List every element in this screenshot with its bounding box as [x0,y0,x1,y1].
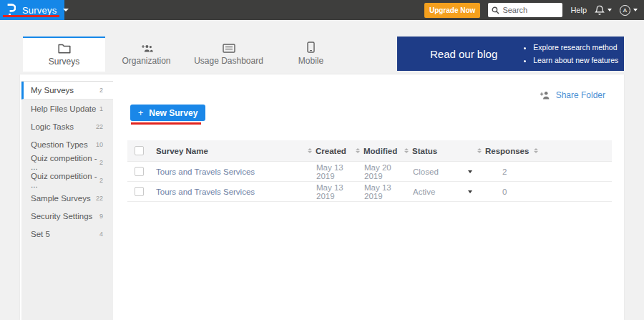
new-survey-label: New Survey [149,108,197,118]
folder-count: 2 [99,177,103,184]
people-icon [140,42,153,53]
mobile-icon [307,42,315,53]
surveys-table: Survey Name Created Modified Status Resp… [127,140,612,202]
tab-usage-dashboard[interactable]: Usage Dashboard [187,37,270,72]
search-icon [492,6,499,14]
table-body: Tours and Travels Services May 13 2019 M… [127,162,612,202]
folder-label: Logic Tasks [31,122,74,131]
row-checkbox[interactable] [135,187,144,196]
sidebar-folder-item[interactable]: Security Settings 9 [21,207,113,225]
share-folder-link[interactable]: Share Folder [540,90,605,100]
annotation-underline [131,122,201,125]
responses-count: 2 [477,168,612,176]
avatar: A [620,5,630,16]
sidebar-folder-item[interactable]: Sample Surveys 22 [21,189,113,207]
tab-mobile[interactable]: Mobile [270,37,352,72]
folder-label: My Surveys [31,86,74,94]
chevron-down-icon [608,9,612,11]
sort-icon[interactable] [534,148,538,153]
folder-count: 4 [99,231,103,238]
blog-bullets: Explore research method Learn about new … [525,41,618,67]
search-box[interactable] [488,3,562,17]
created-date: May 13 2019 [308,183,356,200]
annotation-underline [3,15,59,17]
modified-date: May 20 2019 [356,163,404,180]
tab-label: Mobile [298,56,323,66]
modified-date: May 13 2019 [356,183,404,200]
sort-icon[interactable] [308,148,312,153]
column-survey-name[interactable]: Survey Name [156,147,308,155]
top-bar: Surveys Upgrade Now Help [0,0,644,20]
sidebar-folder-item[interactable]: Help Files Update 1 [21,100,113,117]
folder-count: 9 [99,213,103,220]
sidebar-folder-item[interactable]: Question Types 10 [21,135,113,153]
share-folder-label: Share Folder [556,90,605,100]
folder-label: Quiz competition - ... [31,154,99,171]
status-dropdown-caret[interactable] [468,170,472,173]
folder-count: 2 [99,159,103,166]
folder-count: 22 [96,123,103,130]
folder-label: Help Files Update [31,105,96,113]
account-menu[interactable]: A [620,5,638,16]
folder-count: 10 [96,141,103,148]
blog-bullet: Explore research method [533,41,618,54]
sidebar-folder-item[interactable]: Set 5 4 [21,225,113,243]
folders-sidebar: My Surveys 2 Help Files Update 1 Logic T… [21,81,113,320]
folder-label: Sample Surveys [31,194,91,203]
product-name: Surveys [22,5,57,16]
sidebar-folder-item[interactable]: My Surveys 2 [21,82,113,100]
sidebar-folder-item[interactable]: Logic Tasks 22 [21,117,113,135]
folder-count: 1 [99,105,103,112]
tab-label: Surveys [49,57,79,67]
tab-organization[interactable]: Organization [105,37,187,72]
tabs: Surveys Organization [23,37,352,72]
survey-name-link[interactable]: Tours and Travels Services [156,188,255,196]
responses-count: 0 [477,188,612,196]
upgrade-now-button[interactable]: Upgrade Now [424,3,480,18]
folder-label: Security Settings [31,212,92,220]
column-responses[interactable]: Responses [485,147,529,155]
survey-name-link[interactable]: Tours and Travels Services [156,168,255,176]
content-card: My Surveys 2 Help Files Update 1 Logic T… [20,74,624,320]
product-switcher[interactable]: Surveys [0,0,64,20]
folder-count: 2 [99,87,103,94]
plus-icon: + [138,107,144,118]
column-created[interactable]: Created [316,147,346,155]
sort-icon[interactable] [404,148,409,153]
created-date: May 13 2019 [308,163,356,180]
sidebar-folder-item[interactable]: Quiz competition - ... 2 [21,171,113,189]
bell-icon [595,5,605,16]
topbar-actions: Upgrade Now Help A [424,0,644,20]
sidebar-folder-item[interactable]: Quiz competition - ... 2 [21,153,113,171]
sort-icon[interactable] [356,148,360,153]
help-link[interactable]: Help [570,6,587,14]
chevron-down-icon [633,9,638,11]
status-dropdown-caret[interactable] [468,190,472,193]
column-status[interactable]: Status [412,147,437,155]
dashboard-icon [223,42,235,53]
sort-icon[interactable] [477,148,482,153]
status-value: Closed [413,168,439,176]
search-input[interactable] [502,6,557,14]
folder-icon [58,43,71,54]
tab-label: Organization [122,56,170,66]
folder-label: Quiz competition - ... [31,172,99,189]
select-all-checkbox[interactable] [135,146,144,155]
folder-label: Question Types [31,140,88,149]
tab-label: Usage Dashboard [194,56,263,66]
folder-label: Set 5 [31,230,50,238]
survey-row: Tours and Travels Services May 13 2019 M… [127,182,612,202]
tab-surveys[interactable]: Surveys [23,37,105,72]
tab-strip: Surveys Organization [0,37,644,72]
column-modified[interactable]: Modified [364,147,397,155]
blog-banner: Read our blog Explore research method Le… [397,37,624,71]
read-our-blog-link[interactable]: Read our blog [430,48,497,60]
chevron-down-icon [63,9,69,11]
row-checkbox[interactable] [135,167,144,176]
new-survey-button[interactable]: + New Survey [130,105,205,121]
survey-row: Tours and Travels Services May 13 2019 M… [127,162,612,182]
notifications-menu[interactable] [595,5,612,16]
share-person-icon [540,91,550,100]
status-value: Active [413,188,435,196]
table-header-row: Survey Name Created Modified Status Resp… [127,140,612,162]
